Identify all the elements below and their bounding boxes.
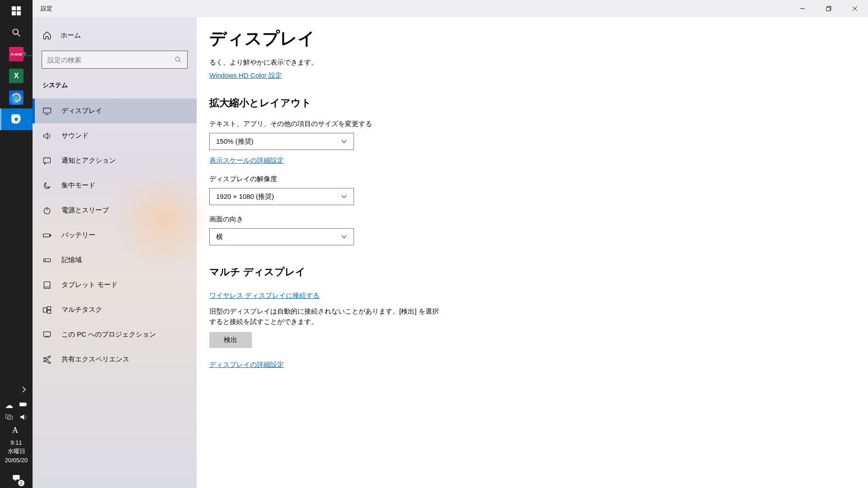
sidebar-section-label: システム <box>33 69 197 99</box>
svg-rect-6 <box>20 403 26 406</box>
label-text-size: テキスト、アプリ、その他の項目のサイズを変更する <box>209 120 868 128</box>
sidebar-item-notifications[interactable]: 通知とアクション <box>33 148 197 173</box>
sidebar-item-focus[interactable]: 集中モード <box>33 173 197 198</box>
close-icon <box>852 6 858 11</box>
svg-point-4 <box>13 29 19 35</box>
sidebar-item-power[interactable]: 電源とスリープ <box>33 198 197 223</box>
sidebar-item-tablet[interactable]: タブレット モード <box>33 272 197 297</box>
sidebar-item-label: 集中モード <box>61 181 95 190</box>
home-icon <box>42 31 52 40</box>
clock-time: 9:11 <box>0 438 33 447</box>
chevron-down-icon <box>341 138 347 145</box>
label-resolution: ディスプレイの解像度 <box>209 175 868 183</box>
sidebar-item-label: 電源とスリープ <box>61 206 109 215</box>
settings-search-input[interactable] <box>47 56 175 64</box>
link-advanced-scaling[interactable]: 表示スケールの詳細設定 <box>209 156 284 165</box>
taskbar-app-excel[interactable]: X <box>0 65 33 87</box>
settings-search[interactable] <box>42 51 188 69</box>
network-icon[interactable] <box>5 413 13 421</box>
link-wireless-display[interactable]: ワイヤレス ディスプレイに接続する <box>209 291 320 300</box>
sidebar-item-display[interactable]: ディスプレイ <box>33 99 197 123</box>
select-text-size-value: 150% (推奨) <box>216 137 254 146</box>
focus-assist-icon <box>42 181 52 190</box>
minimize-icon <box>800 6 805 11</box>
select-orientation[interactable]: 横 <box>209 228 354 245</box>
svg-point-34 <box>44 360 45 361</box>
sidebar-item-label: この PC へのプロジェクション <box>61 330 156 339</box>
btn-detect[interactable]: 検出 <box>209 332 252 348</box>
sidebar-item-label: タブレット モード <box>61 281 118 289</box>
titlebar: 設定 <box>33 0 868 17</box>
section-multi-heading: マルチ ディスプレイ <box>209 265 868 279</box>
window-minimize-button[interactable] <box>789 0 816 17</box>
select-resolution[interactable]: 868 × 488 (推奨) <box>209 188 354 205</box>
sidebar-item-label: 記憶域 <box>61 256 82 264</box>
svg-rect-1 <box>17 6 21 10</box>
svg-marker-10 <box>20 414 24 420</box>
taskbar-search[interactable] <box>0 22 33 43</box>
action-center-badge: 2 <box>18 480 24 486</box>
svg-line-5 <box>18 34 20 37</box>
volume-icon[interactable] <box>19 413 28 421</box>
sidebar-home-label: ホーム <box>61 31 81 40</box>
taskbar-systray: ☁ A <box>0 398 33 436</box>
sidebar-item-storage[interactable]: 記憶域 <box>33 248 197 272</box>
window-maximize-button[interactable] <box>816 0 842 17</box>
battery-icon[interactable] <box>19 400 28 408</box>
svg-point-36 <box>49 362 50 363</box>
link-advanced-display[interactable]: ディスプレイの詳細設定 <box>209 361 284 369</box>
window-title: 設定 <box>33 5 52 13</box>
sidebar-item-label: サウンド <box>61 131 89 140</box>
svg-rect-12 <box>826 7 830 11</box>
multitask-icon <box>42 305 52 314</box>
svg-rect-0 <box>12 6 16 10</box>
search-icon <box>12 28 21 37</box>
select-text-size[interactable]: 150% (推奨) <box>209 133 354 150</box>
chevron-down-icon <box>341 234 347 240</box>
sidebar-item-label: 共有エクスペリエンス <box>61 355 129 364</box>
taskbar-clock[interactable]: 9:11 水曜日 20/05/20 <box>0 436 33 469</box>
select-orientation-value: 横 <box>216 233 223 241</box>
chevron-right-icon <box>22 386 26 393</box>
sidebar-item-sound[interactable]: サウンド <box>33 123 197 148</box>
desc-detect: 旧型のディスプレイは自動的に接続されないことがあります。[検出] を選択すると接… <box>209 306 444 327</box>
sidebar-item-battery[interactable]: バッテリー <box>33 223 197 248</box>
sidebar-item-label: マルチタスク <box>61 305 102 314</box>
label-orientation: 画面の向き <box>209 215 868 224</box>
svg-rect-31 <box>47 310 51 313</box>
svg-point-33 <box>44 357 45 359</box>
sidebar-home[interactable]: ホーム <box>33 23 197 51</box>
svg-rect-32 <box>44 332 51 336</box>
taskbar-app-settings[interactable] <box>0 108 33 130</box>
window-close-button[interactable] <box>842 0 868 17</box>
svg-marker-19 <box>44 133 48 139</box>
hdr-color-link[interactable]: Windows HD Color 設定 <box>209 71 282 80</box>
battery-icon <box>42 231 52 240</box>
svg-rect-30 <box>47 306 51 310</box>
svg-rect-29 <box>43 308 47 312</box>
search-icon <box>175 56 182 63</box>
svg-point-35 <box>49 356 50 357</box>
storage-icon <box>42 256 52 265</box>
settings-window: 設定 ホーム システム <box>33 0 868 488</box>
taskbar-overflow-chevron[interactable] <box>0 381 33 398</box>
ime-icon[interactable]: A <box>12 426 20 434</box>
svg-point-15 <box>175 57 179 61</box>
onedrive-icon[interactable]: ☁ <box>5 400 13 408</box>
restore-icon <box>826 6 831 11</box>
display-icon <box>42 107 52 116</box>
sidebar-item-multitask[interactable]: マルチタスク <box>33 297 197 322</box>
taskbar-app-aone[interactable]: A-one ラ… <box>0 43 33 65</box>
start-button[interactable] <box>0 0 33 22</box>
power-icon <box>42 206 52 215</box>
svg-rect-27 <box>44 282 50 288</box>
svg-line-16 <box>179 61 181 62</box>
gear-icon <box>11 114 21 124</box>
section-scale-heading: 拡大縮小とレイアウト <box>209 96 868 110</box>
sidebar-item-shared[interactable]: 共有エクスペリエンス <box>33 347 197 372</box>
taskbar-app-ie[interactable] <box>0 87 33 108</box>
action-center-button[interactable]: 2 <box>0 468 33 488</box>
svg-rect-20 <box>44 158 51 163</box>
sidebar-item-projecting[interactable]: この PC へのプロジェクション <box>33 322 197 347</box>
settings-main: ディスプレイ るく、より鮮やかに表示できます。 Windows HD Color… <box>197 17 868 488</box>
